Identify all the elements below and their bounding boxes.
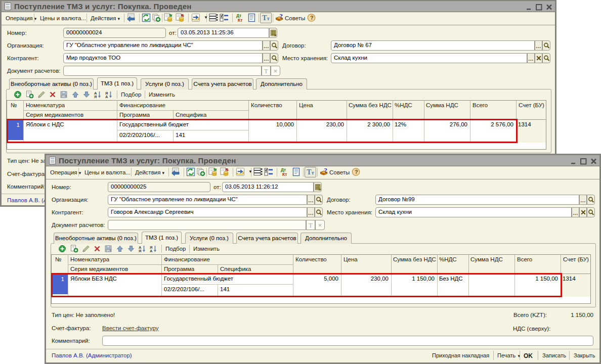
svg-text:А: А [150,249,153,253]
svg-text:?: ? [324,167,328,174]
svg-text:Кт: Кт [282,172,287,176]
svg-text:А: А [105,95,108,99]
svg-text:?: ? [355,169,358,175]
svg-text:Кт: Кт [238,18,242,22]
svg-text:ГОН: ГОН [107,249,111,252]
svg-text:?: ? [310,15,314,21]
svg-text:Я: Я [139,249,141,253]
svg-text:?: ? [280,13,283,20]
svg-text:Я: Я [94,95,97,99]
svg-text:ГОН: ГОН [62,95,67,98]
